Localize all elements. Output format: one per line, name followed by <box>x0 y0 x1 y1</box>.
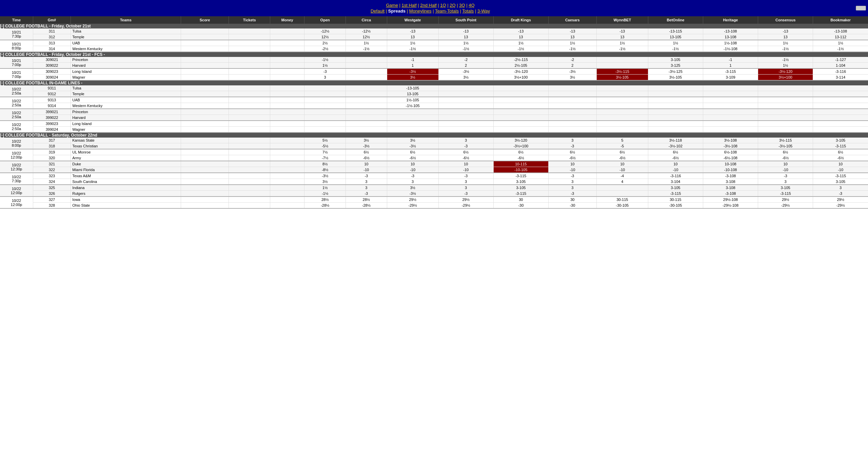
bookmaker-cell: -3 <box>813 191 868 197</box>
score-cell <box>181 173 229 179</box>
betonline-cell: 13-105 <box>648 34 703 40</box>
time-cell: 10/2212:00p <box>0 197 33 208</box>
col-gm: Gm# <box>33 16 71 24</box>
consensus-cell <box>758 121 813 127</box>
team-cell[interactable]: Tulsa <box>71 28 181 34</box>
betonline-cell <box>648 85 703 91</box>
team-cell[interactable]: Long Island <box>71 68 181 75</box>
money-cell <box>270 68 304 75</box>
consensus-cell: 6½ <box>758 149 813 155</box>
wynnbet-cell <box>596 91 648 97</box>
team-cell[interactable]: Long Island <box>71 121 181 127</box>
nav-row1: Game | 1st Half | 2nd Half | 1Q | 2Q | 3… <box>7 3 853 8</box>
score-cell <box>181 121 229 127</box>
caesars-cell: -13 <box>548 28 596 34</box>
score-cell <box>181 203 229 209</box>
nav-totals[interactable]: Totals <box>462 8 474 14</box>
team-cell[interactable]: Army <box>71 155 181 161</box>
betonline-cell: -13-115 <box>648 28 703 34</box>
team-cell[interactable]: UAB <box>71 40 181 46</box>
team-cell[interactable]: Princeton <box>71 57 181 63</box>
caesars-cell: 3 <box>548 179 596 185</box>
game-row: 320 Army -7½ -6½ -6½ -6½ -6½ -6½ -6½ -6½… <box>0 155 868 161</box>
team-cell[interactable]: Texas Christian <box>71 143 181 149</box>
nav-1st-half[interactable]: 1st Half <box>402 3 417 8</box>
caesars-cell: -30 <box>548 203 596 209</box>
team-cell[interactable]: Harvard <box>71 63 181 69</box>
nav-spreads[interactable]: Spreads <box>388 8 406 14</box>
southpoint-cell: -3 <box>438 191 493 197</box>
gm-cell: 313 <box>33 40 71 46</box>
nav-4q[interactable]: 4Q <box>469 3 474 8</box>
team-cell[interactable]: Wagner <box>71 75 181 81</box>
open-cell: -28½ <box>304 203 346 209</box>
bookmaker-cell: 10 <box>813 161 868 167</box>
gm-cell: 9313 <box>33 97 71 103</box>
open-cell: 3 <box>304 75 346 81</box>
gm-cell: 9312 <box>33 91 71 97</box>
nav-3q[interactable]: 3Q <box>459 3 465 8</box>
team-cell[interactable]: Harvard <box>71 115 181 121</box>
nav-team-totals[interactable]: Team-Totals <box>435 8 459 14</box>
col-wynnbet: WynnBET <box>596 16 648 24</box>
draftkings-cell: -13 <box>493 28 548 34</box>
tickets-cell <box>229 203 270 209</box>
score-cell <box>181 155 229 161</box>
team-cell[interactable]: UL Monroe <box>71 149 181 155</box>
draftkings-cell <box>493 91 548 97</box>
circa-cell <box>346 127 387 133</box>
game-row: 399024 Wagner <box>0 127 868 133</box>
nav-default[interactable]: Default <box>371 8 384 14</box>
betonline-cell: 3½-105 <box>648 75 703 81</box>
game-row: 318 Texas Christian -5½ -3½ -3½ -3 -3½+1… <box>0 143 868 149</box>
tickets-cell <box>229 34 270 40</box>
team-cell[interactable]: UAB <box>71 97 181 103</box>
tickets-cell <box>229 91 270 97</box>
caesars-cell <box>548 121 596 127</box>
game-row: 10/2212:00p 325 Indiana 1½ 3 3½ 3 3-105 … <box>0 185 868 191</box>
col-heritage: Heritage <box>703 16 758 24</box>
consensus-cell: -1½ <box>758 46 813 52</box>
wynnbet-cell <box>596 85 648 91</box>
team-cell[interactable]: Duke <box>71 161 181 167</box>
game-row: 10/217:00p 309023 Long Island -3 -3½ -3½… <box>0 68 868 75</box>
team-cell[interactable]: Tulsa <box>71 85 181 91</box>
westgate-cell: 1½-105 <box>387 97 438 103</box>
score-cell <box>181 85 229 91</box>
money-cell <box>270 179 304 185</box>
betonline-cell: -3-115 <box>648 191 703 197</box>
team-cell[interactable]: Rutgers <box>71 191 181 197</box>
team-cell[interactable]: Western Kentucky <box>71 46 181 52</box>
nav-1q[interactable]: 1Q <box>440 3 446 8</box>
nav-moneylines[interactable]: Moneylines <box>409 8 432 14</box>
caesars-cell <box>548 115 596 121</box>
team-cell[interactable]: Temple <box>71 34 181 40</box>
nav-2nd-half[interactable]: 2nd Half <box>420 3 436 8</box>
bookmaker-cell <box>813 91 868 97</box>
consensus-cell <box>758 91 813 97</box>
team-cell[interactable]: Iowa <box>71 197 181 203</box>
gm-cell: 312 <box>33 34 71 40</box>
team-cell[interactable]: Texas A&M <box>71 173 181 179</box>
nav-2q[interactable]: 2Q <box>450 3 455 8</box>
team-cell[interactable]: Wagner <box>71 127 181 133</box>
team-cell[interactable]: Ohio State <box>71 203 181 209</box>
open-cell: 3½ <box>304 179 346 185</box>
team-cell[interactable]: Indiana <box>71 185 181 191</box>
team-cell[interactable]: Temple <box>71 91 181 97</box>
nav-3way[interactable]: 3-Way <box>477 8 490 14</box>
southpoint-cell: -13 <box>438 28 493 34</box>
bookmaker-cell: -1½ <box>813 46 868 52</box>
team-cell[interactable]: South Carolina <box>71 179 181 185</box>
clear-button[interactable] <box>856 6 866 11</box>
team-cell[interactable]: Western Kentucky <box>71 103 181 109</box>
betonline-cell <box>648 103 703 109</box>
team-cell[interactable]: Princeton <box>71 109 181 115</box>
gm-cell: 309022 <box>33 63 71 69</box>
consensus-cell: -3 <box>758 173 813 179</box>
nav-game[interactable]: Game <box>386 3 398 8</box>
gm-cell: 311 <box>33 28 71 34</box>
team-cell[interactable]: Miami Florida <box>71 167 181 173</box>
tickets-cell <box>229 63 270 69</box>
team-cell[interactable]: Kansas State <box>71 138 181 143</box>
